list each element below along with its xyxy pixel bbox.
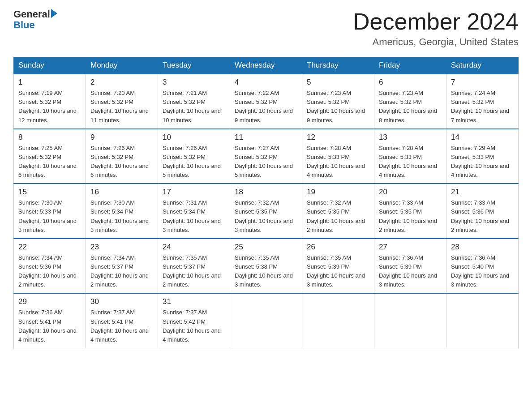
day-info: Sunrise: 7:35 AMSunset: 5:38 PMDaylight:… (235, 253, 297, 290)
calendar-cell: 27Sunrise: 7:36 AMSunset: 5:39 PMDayligh… (374, 239, 446, 294)
calendar-cell: 4Sunrise: 7:22 AMSunset: 5:32 PMDaylight… (230, 74, 302, 129)
calendar-cell (446, 293, 519, 348)
calendar-cell: 1Sunrise: 7:19 AMSunset: 5:32 PMDaylight… (14, 74, 86, 129)
col-header-tuesday: Tuesday (158, 57, 230, 74)
day-info: Sunrise: 7:22 AMSunset: 5:32 PMDaylight:… (235, 89, 297, 125)
calendar-cell: 5Sunrise: 7:23 AMSunset: 5:32 PMDaylight… (302, 74, 374, 129)
day-info: Sunrise: 7:36 AMSunset: 5:40 PMDaylight:… (451, 253, 514, 290)
day-number: 21 (451, 188, 514, 197)
calendar-cell: 9Sunrise: 7:26 AMSunset: 5:32 PMDaylight… (86, 129, 158, 184)
day-number: 1 (18, 78, 81, 87)
day-number: 25 (235, 243, 297, 252)
col-header-friday: Friday (374, 57, 446, 74)
calendar-cell: 19Sunrise: 7:32 AMSunset: 5:35 PMDayligh… (302, 184, 374, 239)
calendar-cell: 6Sunrise: 7:23 AMSunset: 5:32 PMDaylight… (374, 74, 446, 129)
calendar-cell: 17Sunrise: 7:31 AMSunset: 5:34 PMDayligh… (158, 184, 230, 239)
calendar-cell (302, 293, 374, 348)
calendar-cell: 16Sunrise: 7:30 AMSunset: 5:34 PMDayligh… (86, 184, 158, 239)
day-number: 5 (307, 78, 369, 87)
day-number: 26 (307, 243, 369, 252)
day-number: 2 (90, 78, 153, 87)
calendar-cell: 29Sunrise: 7:36 AMSunset: 5:41 PMDayligh… (14, 293, 86, 348)
day-number: 12 (307, 133, 369, 142)
calendar-cell: 18Sunrise: 7:32 AMSunset: 5:35 PMDayligh… (230, 184, 302, 239)
day-info: Sunrise: 7:23 AMSunset: 5:32 PMDaylight:… (307, 89, 369, 125)
day-number: 14 (451, 133, 514, 142)
header: General Blue December 2024 Americus, Geo… (13, 9, 519, 48)
calendar-cell: 30Sunrise: 7:37 AMSunset: 5:41 PMDayligh… (86, 293, 158, 348)
day-info: Sunrise: 7:27 AMSunset: 5:32 PMDaylight:… (235, 144, 297, 180)
calendar-cell: 2Sunrise: 7:20 AMSunset: 5:32 PMDaylight… (86, 74, 158, 129)
col-header-saturday: Saturday (446, 57, 519, 74)
calendar-week-1: 1Sunrise: 7:19 AMSunset: 5:32 PMDaylight… (14, 74, 519, 129)
calendar-week-3: 15Sunrise: 7:30 AMSunset: 5:33 PMDayligh… (14, 184, 519, 239)
calendar-cell: 25Sunrise: 7:35 AMSunset: 5:38 PMDayligh… (230, 239, 302, 294)
day-number: 20 (379, 188, 442, 197)
day-info: Sunrise: 7:34 AMSunset: 5:36 PMDaylight:… (18, 253, 81, 290)
day-info: Sunrise: 7:36 AMSunset: 5:41 PMDaylight:… (18, 308, 81, 344)
calendar-subtitle: Americus, Georgia, United States (353, 36, 519, 48)
day-number: 9 (90, 133, 153, 142)
calendar-cell: 10Sunrise: 7:26 AMSunset: 5:32 PMDayligh… (158, 129, 230, 184)
day-number: 8 (18, 133, 81, 142)
logo: General Blue (13, 9, 57, 30)
day-info: Sunrise: 7:21 AMSunset: 5:32 PMDaylight:… (163, 89, 225, 125)
day-number: 19 (307, 188, 369, 197)
day-info: Sunrise: 7:32 AMSunset: 5:35 PMDaylight:… (307, 198, 369, 235)
calendar-cell: 8Sunrise: 7:25 AMSunset: 5:32 PMDaylight… (14, 129, 86, 184)
calendar-cell: 22Sunrise: 7:34 AMSunset: 5:36 PMDayligh… (14, 239, 86, 294)
day-info: Sunrise: 7:33 AMSunset: 5:35 PMDaylight:… (379, 198, 442, 235)
day-number: 31 (163, 297, 225, 306)
day-number: 16 (90, 188, 153, 197)
day-number: 22 (18, 243, 81, 252)
col-header-monday: Monday (86, 57, 158, 74)
calendar-cell: 7Sunrise: 7:24 AMSunset: 5:32 PMDaylight… (446, 74, 519, 129)
day-info: Sunrise: 7:20 AMSunset: 5:32 PMDaylight:… (90, 89, 153, 125)
day-number: 11 (235, 133, 297, 142)
day-info: Sunrise: 7:37 AMSunset: 5:41 PMDaylight:… (90, 308, 153, 344)
col-header-thursday: Thursday (302, 57, 374, 74)
day-info: Sunrise: 7:28 AMSunset: 5:33 PMDaylight:… (379, 144, 442, 180)
title-area: December 2024 Americus, Georgia, United … (353, 9, 519, 48)
calendar-week-4: 22Sunrise: 7:34 AMSunset: 5:36 PMDayligh… (14, 239, 519, 294)
day-info: Sunrise: 7:26 AMSunset: 5:32 PMDaylight:… (90, 144, 153, 180)
day-number: 13 (379, 133, 442, 142)
calendar-cell: 23Sunrise: 7:34 AMSunset: 5:37 PMDayligh… (86, 239, 158, 294)
calendar-title: December 2024 (353, 9, 519, 34)
day-info: Sunrise: 7:36 AMSunset: 5:39 PMDaylight:… (379, 253, 442, 290)
calendar-cell: 3Sunrise: 7:21 AMSunset: 5:32 PMDaylight… (158, 74, 230, 129)
day-info: Sunrise: 7:32 AMSunset: 5:35 PMDaylight:… (235, 198, 297, 235)
day-number: 17 (163, 188, 225, 197)
calendar-cell: 20Sunrise: 7:33 AMSunset: 5:35 PMDayligh… (374, 184, 446, 239)
logo-blue-text: Blue (13, 20, 57, 30)
day-info: Sunrise: 7:26 AMSunset: 5:32 PMDaylight:… (163, 144, 225, 180)
day-info: Sunrise: 7:19 AMSunset: 5:32 PMDaylight:… (18, 89, 81, 125)
calendar-week-2: 8Sunrise: 7:25 AMSunset: 5:32 PMDaylight… (14, 129, 519, 184)
day-info: Sunrise: 7:37 AMSunset: 5:42 PMDaylight:… (163, 308, 225, 344)
col-header-wednesday: Wednesday (230, 57, 302, 74)
logo-general-text: General (13, 9, 50, 20)
calendar-cell (230, 293, 302, 348)
day-number: 28 (451, 243, 514, 252)
day-info: Sunrise: 7:30 AMSunset: 5:34 PMDaylight:… (90, 198, 153, 235)
day-info: Sunrise: 7:28 AMSunset: 5:33 PMDaylight:… (307, 144, 369, 180)
day-number: 23 (90, 243, 153, 252)
day-number: 29 (18, 297, 81, 306)
day-number: 30 (90, 297, 153, 306)
day-number: 24 (163, 243, 225, 252)
day-info: Sunrise: 7:34 AMSunset: 5:37 PMDaylight:… (90, 253, 153, 290)
day-info: Sunrise: 7:30 AMSunset: 5:33 PMDaylight:… (18, 198, 81, 235)
day-info: Sunrise: 7:33 AMSunset: 5:36 PMDaylight:… (451, 198, 514, 235)
day-number: 4 (235, 78, 297, 87)
calendar-cell (374, 293, 446, 348)
day-number: 3 (163, 78, 225, 87)
day-info: Sunrise: 7:23 AMSunset: 5:32 PMDaylight:… (379, 89, 442, 125)
day-number: 6 (379, 78, 442, 87)
day-info: Sunrise: 7:35 AMSunset: 5:37 PMDaylight:… (163, 253, 225, 290)
calendar-cell: 21Sunrise: 7:33 AMSunset: 5:36 PMDayligh… (446, 184, 519, 239)
calendar-cell: 28Sunrise: 7:36 AMSunset: 5:40 PMDayligh… (446, 239, 519, 294)
day-number: 18 (235, 188, 297, 197)
calendar-cell: 15Sunrise: 7:30 AMSunset: 5:33 PMDayligh… (14, 184, 86, 239)
day-info: Sunrise: 7:31 AMSunset: 5:34 PMDaylight:… (163, 198, 225, 235)
day-info: Sunrise: 7:35 AMSunset: 5:39 PMDaylight:… (307, 253, 369, 290)
